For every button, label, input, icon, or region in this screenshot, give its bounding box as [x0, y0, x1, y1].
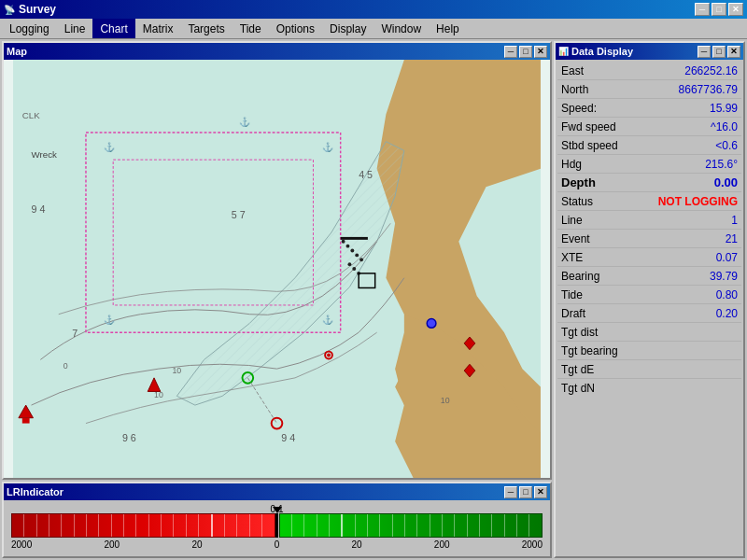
lr-close-btn[interactable]: ✕ — [534, 486, 547, 498]
svg-point-28 — [350, 249, 354, 253]
menu-window[interactable]: Window — [374, 19, 429, 38]
lr-bar-area — [11, 513, 543, 538]
value-tide: 0.80 — [716, 288, 738, 301]
svg-rect-37 — [22, 418, 30, 424]
lr-minimize-btn[interactable]: ─ — [504, 486, 517, 498]
data-title-icon: 📊 — [558, 47, 569, 56]
map-minimize-btn[interactable]: ─ — [504, 46, 517, 58]
menu-line[interactable]: Line — [57, 19, 93, 38]
data-titlebar: 📊 Data Display ─ □ ✕ — [556, 43, 743, 60]
menu-display[interactable]: Display — [322, 19, 374, 38]
lr-scale-2000r: 2000 — [522, 539, 543, 550]
svg-text:4 5: 4 5 — [359, 169, 373, 180]
lr-maximize-btn[interactable]: □ — [519, 486, 532, 498]
svg-point-27 — [346, 245, 350, 248]
title-bar-controls: ─ □ ✕ — [695, 3, 743, 16]
minimize-button[interactable]: ─ — [695, 3, 710, 16]
data-row-north: North 8667736.79 — [557, 80, 741, 99]
map-titlebar: Map ─ □ ✕ — [4, 43, 550, 60]
label-tgt-bearing: Tgt bearing — [561, 344, 618, 357]
svg-text:⚓: ⚓ — [239, 116, 251, 128]
data-row-tgt-bearing: Tgt bearing — [557, 342, 741, 360]
label-status: Status — [561, 195, 593, 208]
title-bar: 📡 Survey ─ □ ✕ — [0, 0, 747, 19]
label-tgt-de: Tgt dE — [561, 363, 594, 376]
svg-point-32 — [352, 267, 356, 271]
data-titlebar-controls: ─ □ ✕ — [698, 46, 740, 58]
value-stbd-speed: <0.6 — [715, 139, 738, 152]
lr-scale-20l: 20 — [191, 539, 202, 550]
lr-scale-20r: 20 — [352, 539, 362, 550]
data-close-btn[interactable]: ✕ — [727, 46, 740, 58]
value-draft: 0.20 — [716, 307, 738, 320]
data-minimize-btn[interactable]: ─ — [698, 46, 711, 58]
maximize-button[interactable]: □ — [712, 3, 726, 16]
label-line: Line — [561, 214, 583, 227]
label-bearing: Bearing — [561, 270, 599, 283]
close-button[interactable]: ✕ — [728, 3, 743, 16]
svg-point-31 — [347, 262, 351, 266]
label-fwd-speed: Fwd speed — [561, 120, 616, 133]
map-maximize-btn[interactable]: □ — [519, 46, 532, 58]
menu-matrix[interactable]: Matrix — [135, 19, 181, 38]
data-row-tgt-dist: Tgt dist — [557, 323, 741, 342]
data-row-event: Event 21 — [557, 230, 741, 248]
menu-options[interactable]: Options — [269, 19, 322, 38]
value-east: 266252.16 — [684, 64, 738, 77]
label-speed: Speed: — [561, 102, 597, 115]
map-svg: ⚓ ⚓ ⚓ ⚓ ⚓ CLK Wreck 9 4 5 7 4 5 7 — [4, 60, 550, 478]
menu-logging[interactable]: Logging — [2, 19, 57, 38]
value-line: 1 — [731, 214, 738, 227]
data-row-tgt-dn: Tgt dN — [557, 379, 741, 398]
lr-panel: LRIndicator ─ □ ✕ 0.1 — [2, 482, 552, 558]
main-window: 📡 Survey ─ □ ✕ Logging Line Chart Matrix… — [0, 0, 747, 560]
lr-titlebar: LRIndicator ─ □ ✕ — [4, 483, 550, 500]
svg-text:Wreck: Wreck — [32, 149, 57, 160]
lr-titlebar-controls: ─ □ ✕ — [504, 486, 547, 498]
data-title: Data Display — [571, 46, 633, 57]
svg-rect-25 — [341, 237, 368, 240]
svg-point-26 — [342, 240, 345, 244]
label-tgt-dn: Tgt dN — [561, 382, 595, 395]
menu-tide[interactable]: Tide — [233, 19, 269, 38]
data-row-tide: Tide 0.80 — [557, 286, 741, 304]
lr-content: 0.1 — [4, 500, 550, 556]
map-canvas[interactable]: ⚓ ⚓ ⚓ ⚓ ⚓ CLK Wreck 9 4 5 7 4 5 7 — [4, 60, 550, 478]
menu-help[interactable]: Help — [429, 19, 467, 38]
label-xte: XTE — [561, 251, 583, 264]
data-maximize-btn[interactable]: □ — [712, 46, 726, 58]
svg-text:⚓: ⚓ — [104, 141, 116, 153]
data-row-status: Status NOT LOGGING — [557, 192, 741, 211]
data-row-bearing: Bearing 39.79 — [557, 267, 741, 286]
svg-text:9 4: 9 4 — [32, 203, 46, 215]
data-row-fwd-speed: Fwd speed ^16.0 — [557, 118, 741, 136]
svg-text:7: 7 — [72, 328, 78, 339]
lr-scale-0: 0 — [275, 539, 280, 550]
data-row-stbd-speed: Stbd speed <0.6 — [557, 136, 741, 155]
label-tide: Tide — [561, 288, 583, 301]
menu-chart[interactable]: Chart — [92, 19, 134, 38]
svg-text:10: 10 — [173, 366, 182, 375]
label-draft: Draft — [561, 307, 585, 320]
svg-text:⚓: ⚓ — [322, 314, 334, 326]
menu-targets[interactable]: Targets — [180, 19, 232, 38]
map-title: Map — [7, 46, 27, 57]
data-row-line: Line 1 — [557, 211, 741, 230]
svg-point-30 — [359, 258, 363, 261]
value-north: 8667736.79 — [679, 83, 738, 96]
svg-text:⚓: ⚓ — [322, 141, 334, 153]
left-panels: Map ─ □ ✕ — [0, 39, 554, 560]
value-depth: 0.00 — [714, 175, 738, 189]
value-hdg: 215.6° — [705, 158, 738, 171]
lr-red-bar — [11, 513, 275, 538]
data-row-draft: Draft 0.20 — [557, 304, 741, 323]
map-close-btn[interactable]: ✕ — [534, 46, 547, 58]
lr-scale-bottom: 2000 200 20 0 20 200 2000 — [11, 539, 543, 550]
data-row-depth: Depth 0.00 — [557, 174, 741, 192]
map-panel: Map ─ □ ✕ — [2, 41, 552, 480]
value-event: 21 — [726, 232, 738, 245]
label-north: North — [561, 83, 588, 96]
label-hdg: Hdg — [561, 158, 582, 171]
svg-text:9 4: 9 4 — [281, 432, 295, 443]
map-titlebar-controls: ─ □ ✕ — [504, 46, 547, 58]
